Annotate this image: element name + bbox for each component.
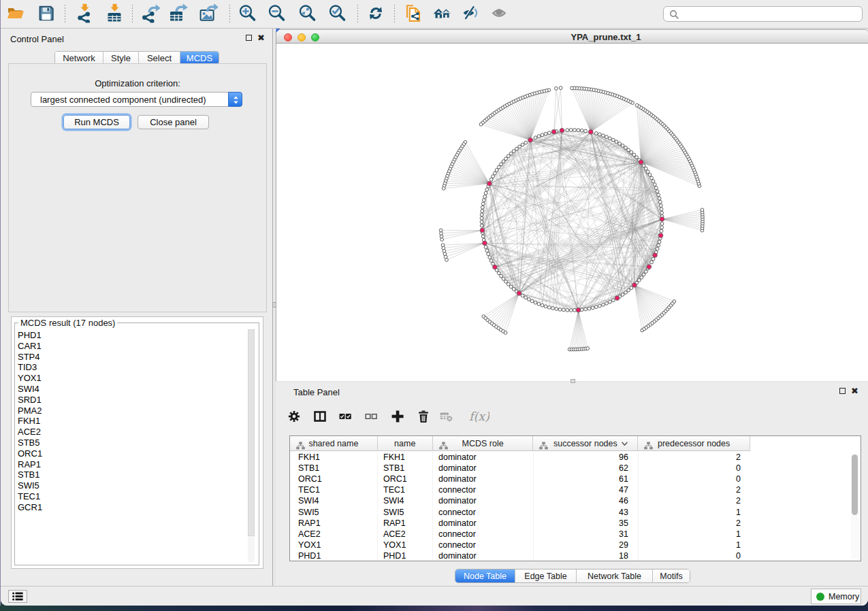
run-mcds-button[interactable]: Run MCDS <box>63 115 130 129</box>
right-column: YPA_prune.txt_1 Table Panel ✖ f(x) share… <box>274 29 868 586</box>
sort-descending-icon <box>622 442 628 446</box>
table-row-SWI4[interactable]: SWI4SWI4dominator462 <box>290 495 750 506</box>
import-table-icon[interactable] <box>105 3 124 24</box>
mcds-result-item[interactable]: CAR1 <box>18 341 42 352</box>
table-row-PHD1[interactable]: PHD1PHD1dominator180 <box>290 550 750 561</box>
zoom-in-icon[interactable] <box>238 3 257 24</box>
delete-table-icon <box>440 410 460 426</box>
mcds-result-group-title: MCDS result (17 nodes) <box>18 318 117 328</box>
mcds-result-item[interactable]: FKH1 <box>18 416 42 427</box>
mcds-result-item[interactable]: TID3 <box>18 362 42 373</box>
mcds-result-item[interactable]: SRD1 <box>18 395 42 406</box>
table-settings-icon[interactable] <box>288 410 308 426</box>
tab-style[interactable]: Style <box>103 52 139 64</box>
zoom-fit-icon[interactable] <box>298 3 317 24</box>
zoom-out-icon[interactable] <box>268 3 287 24</box>
mcds-result-item[interactable]: PHD1 <box>18 330 42 341</box>
table-tab-motifs[interactable]: Motifs <box>653 569 690 582</box>
table-row-FKH1[interactable]: FKH1FKH1dominator962 <box>290 452 750 463</box>
network-titlebar[interactable]: YPA_prune.txt_1 <box>276 29 868 44</box>
close-panel-icon[interactable]: ✖ <box>257 35 265 41</box>
vertical-splitter-handle[interactable] <box>272 302 276 308</box>
mcds-result-item[interactable]: PMA2 <box>18 406 42 416</box>
toolbar-separator <box>132 5 133 24</box>
export-network-icon[interactable] <box>142 3 161 24</box>
new-network-from-selection-icon[interactable] <box>404 3 423 24</box>
column-header-MCDS-role[interactable]: MCDS role <box>433 436 534 451</box>
mcds-result-item[interactable]: STP4 <box>18 352 42 363</box>
column-header-shared-name[interactable]: shared name <box>290 436 378 451</box>
mcds-result-item[interactable]: SWI5 <box>18 480 42 491</box>
table-body: FKH1FKH1dominator962STB1STB1dominator620… <box>290 452 861 561</box>
table-row-STB1[interactable]: STB1STB1dominator620 <box>290 463 750 474</box>
table-row-TEC1[interactable]: TEC1TEC1connector472 <box>290 484 750 495</box>
tab-select[interactable]: Select <box>139 52 180 64</box>
close-panel-button[interactable]: Close panel <box>138 115 209 129</box>
table-tab-edge-table[interactable]: Edge Table <box>515 569 577 582</box>
optimization-criterion-select[interactable]: largest connected component (undirected) <box>31 92 242 107</box>
close-table-panel-icon[interactable]: ✖ <box>851 388 858 394</box>
float-panel-icon[interactable] <box>246 35 252 41</box>
float-table-panel-icon[interactable] <box>839 388 846 394</box>
select-all-icon[interactable] <box>339 410 359 426</box>
table-scrollbar[interactable] <box>851 453 859 559</box>
cell-predecessor-nodes: 1 <box>639 507 741 518</box>
mcds-result-item[interactable]: YOX1 <box>18 373 42 384</box>
cell-name: ACE2 <box>383 529 406 540</box>
tab-network[interactable]: Network <box>55 52 103 64</box>
import-network-icon[interactable] <box>75 3 94 24</box>
close-window-icon[interactable] <box>284 33 292 42</box>
show-all-icon[interactable] <box>492 3 511 24</box>
add-column-icon[interactable] <box>391 410 412 426</box>
cell-shared-name: FKH1 <box>298 452 320 463</box>
cell-shared-name: SWI5 <box>298 507 319 518</box>
show-columns-icon[interactable] <box>314 410 334 426</box>
maximize-window-icon[interactable] <box>311 33 319 42</box>
hide-selected-icon[interactable] <box>462 3 481 24</box>
svg-text:f(x): f(x) <box>469 410 489 423</box>
mcds-result-item[interactable]: GCR1 <box>18 502 42 513</box>
mcds-result-item[interactable]: ORC1 <box>18 448 42 459</box>
save-session-icon[interactable] <box>37 3 56 24</box>
cell-MCDS-role: dominator <box>438 474 477 484</box>
cell-name: YOX1 <box>383 540 406 550</box>
result-scrollbar[interactable] <box>248 329 255 562</box>
export-image-icon[interactable] <box>199 3 218 24</box>
mcds-result-item[interactable]: SWI4 <box>18 384 42 395</box>
export-table-icon[interactable] <box>169 3 188 24</box>
combo-stepper-icon[interactable] <box>228 92 242 107</box>
mcds-result-item[interactable]: STB5 <box>18 437 42 448</box>
apply-layout-icon[interactable] <box>366 3 385 24</box>
network-canvas[interactable] <box>276 44 868 381</box>
mcds-result-item[interactable]: RAP1 <box>18 459 42 470</box>
mcds-result-item[interactable]: ACE2 <box>18 427 42 437</box>
horizontal-splitter-handle[interactable] <box>570 379 575 383</box>
task-history-button[interactable] <box>8 590 27 603</box>
mcds-result-item[interactable]: STB1 <box>18 469 42 480</box>
table-row-RAP1[interactable]: RAP1RAP1dominator352 <box>290 518 750 529</box>
zoom-selected-icon[interactable] <box>328 3 347 24</box>
column-header-name[interactable]: name <box>378 436 433 451</box>
cell-MCDS-role: dominator <box>438 550 477 561</box>
table-row-ORC1[interactable]: ORC1ORC1dominator610 <box>290 474 750 484</box>
column-header-predecessor-nodes[interactable]: predecessor nodes <box>638 436 750 451</box>
deselect-all-icon[interactable] <box>365 410 385 426</box>
tab-mcds[interactable]: MCDS <box>180 52 219 64</box>
mcds-result-item[interactable]: TEC1 <box>18 491 42 502</box>
search-input[interactable] <box>681 7 858 20</box>
search-box[interactable] <box>663 6 863 22</box>
cell-name: RAP1 <box>383 518 406 529</box>
table-tab-node-table[interactable]: Node Table <box>455 569 515 582</box>
table-row-ACE2[interactable]: ACE2ACE2connector311 <box>290 529 750 540</box>
splitter-collapse-icon[interactable] <box>276 29 280 33</box>
memory-button[interactable]: Memory <box>811 589 861 604</box>
table-row-SWI5[interactable]: SWI5SWI5connector431 <box>290 507 750 518</box>
first-neighbors-icon[interactable] <box>433 3 452 24</box>
open-file-icon[interactable] <box>6 3 25 24</box>
table-tab-network-table[interactable]: Network Table <box>577 569 653 582</box>
table-row-YOX1[interactable]: YOX1YOX1connector291 <box>290 540 750 550</box>
column-header-successor-nodes[interactable]: successor nodes <box>533 436 638 451</box>
delete-column-icon[interactable] <box>417 410 438 426</box>
main-toolbar <box>1 0 868 29</box>
minimize-window-icon[interactable] <box>298 33 306 42</box>
